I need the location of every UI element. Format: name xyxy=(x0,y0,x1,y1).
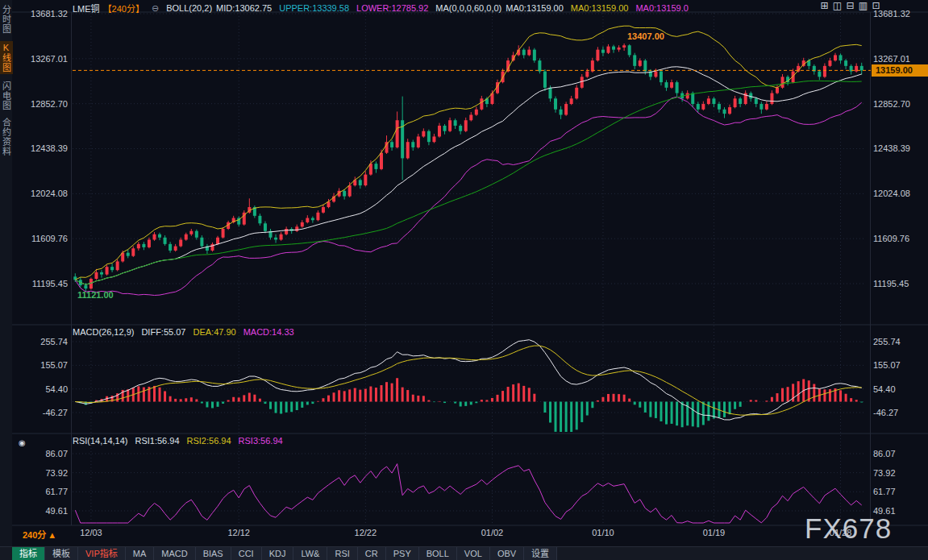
toolbar-item-CCI[interactable]: CCI xyxy=(231,547,262,560)
toolbar-item-模板[interactable]: 模板 xyxy=(45,547,78,560)
axis-label: 12438.39 xyxy=(873,143,926,154)
chart-header: LME铜 【240分】 ⊖ BOLL(20,2) MID:13062.75 UP… xyxy=(73,2,689,15)
boll-mid-value: MID:13062.75 xyxy=(216,3,272,13)
axis-label: 86.07 xyxy=(873,448,926,459)
symbol-name: LME铜 xyxy=(73,2,100,15)
rsi3-value: RSI3:56.94 xyxy=(239,436,283,446)
axis-label: 13267.01 xyxy=(873,53,926,64)
toolbar-item-RSI[interactable]: RSI xyxy=(327,547,357,560)
axis-label: 73.92 xyxy=(873,467,926,479)
toolbar-item-VOL[interactable]: VOL xyxy=(457,547,490,560)
date-axis-label: 12/03 xyxy=(73,528,109,537)
toolbar-item-VIP指标[interactable]: VIP指标 xyxy=(78,547,126,560)
date-axis-label: 12/22 xyxy=(347,528,383,537)
axis-label: 11195.45 xyxy=(873,278,926,289)
date-axis-label: 01/10 xyxy=(585,528,621,537)
toolbar-item-MA[interactable]: MA xyxy=(126,547,155,560)
date-axis-label: 01/28 xyxy=(823,528,859,537)
macd-dea-value: DEA:47.90 xyxy=(193,327,235,337)
boll-label: BOLL(20,2) xyxy=(166,3,212,13)
high-price-annotation: 13407.00 xyxy=(627,31,664,41)
toolbar-item-指标[interactable]: 指标 xyxy=(12,547,45,560)
left-sidebar: 分时图K线图闪电图合约资料 xyxy=(0,0,12,546)
toolbar-item-设置[interactable]: 设置 xyxy=(524,547,557,560)
layout-vertical-split-icon[interactable]: ◫ xyxy=(832,1,843,11)
macd-macd-value: MACD:14.33 xyxy=(243,327,294,337)
link-icon[interactable]: ⊖ xyxy=(152,3,159,14)
layout-single-icon[interactable]: ⊡ xyxy=(871,1,881,11)
chart-canvas[interactable] xyxy=(0,0,928,560)
sidebar-item-闪电图[interactable]: 闪电图 xyxy=(0,81,13,110)
axis-label: -46.27 xyxy=(873,407,926,418)
up-triangle-icon: ▲ xyxy=(48,530,56,540)
toolbar-item-LW&[interactable]: LW& xyxy=(293,547,327,560)
ma0-value-3: MA0:13159.0 xyxy=(635,3,688,13)
period-label: 【240分】 xyxy=(103,2,144,15)
window-layout-icons: ⊞◫⊟▥⊡ xyxy=(819,1,881,11)
layout-horizontal-split-icon[interactable]: ⊟ xyxy=(845,1,855,11)
boll-upper-value: UPPER:13339.58 xyxy=(279,3,349,13)
macd-header: MACD(26,12,9) DIFF:55.07 DEA:47.90 MACD:… xyxy=(73,327,294,337)
date-axis-label: 01/19 xyxy=(696,528,731,537)
low-price-annotation: 11121.00 xyxy=(77,290,114,300)
ma0-value-1: MA0:13159.00 xyxy=(506,3,564,13)
timeframe-text: 240分 xyxy=(23,530,46,540)
axis-label: 155.07 xyxy=(873,359,926,371)
axis-label: 49.61 xyxy=(873,505,926,516)
timeframe-indicator[interactable]: 240分▲ xyxy=(23,528,56,541)
last-price-badge: 13159.00 xyxy=(872,64,928,77)
axis-label: 54.40 xyxy=(873,384,926,395)
toolbar-item-MACD[interactable]: MACD xyxy=(154,547,195,560)
axis-label: 255.74 xyxy=(873,336,926,347)
toolbar-item-PSY[interactable]: PSY xyxy=(386,547,419,560)
axis-label: 11609.76 xyxy=(873,233,926,244)
toolbar-item-OBV[interactable]: OBV xyxy=(490,547,524,560)
layout-multi-pane-icon[interactable]: ▥ xyxy=(858,1,868,11)
rsi2-value: RSI2:56.94 xyxy=(187,436,231,446)
macd-title: MACD(26,12,9) xyxy=(73,327,134,337)
layout-grid-icon[interactable]: ⊞ xyxy=(819,1,830,11)
rsi-header: RSI(14,14,14) RSI1:56.94 RSI2:56.94 RSI3… xyxy=(73,436,283,446)
toolbar-item-CR[interactable]: CR xyxy=(358,547,386,560)
sidebar-item-K线图[interactable]: K线图 xyxy=(0,41,13,74)
sidebar-item-合约资料[interactable]: 合约资料 xyxy=(0,118,13,156)
bottom-toolbar: 指标模板VIP指标MAMACDBIASCCIKDJLW&RSICRPSYBOLL… xyxy=(0,546,928,560)
macd-diff-value: DIFF:55.07 xyxy=(141,327,185,337)
date-axis-label: 12/12 xyxy=(221,528,256,537)
rsi1-value: RSI1:56.94 xyxy=(135,436,179,446)
axis-label: 12024.08 xyxy=(873,188,926,199)
axis-label: 61.77 xyxy=(873,486,926,497)
toolbar-item-KDJ[interactable]: KDJ xyxy=(262,547,294,560)
axis-label: 12852.70 xyxy=(873,98,926,110)
toolbar-item-BOLL[interactable]: BOLL xyxy=(419,547,457,560)
rsi-panel-toggle-icon[interactable]: ◉ xyxy=(19,438,26,447)
ma-label: MA(0,0,0,60,0,0) xyxy=(435,3,501,13)
rsi-title: RSI(14,14,14) xyxy=(73,436,127,446)
date-axis-label: 01/02 xyxy=(474,528,510,537)
boll-lower-value: LOWER:12785.92 xyxy=(356,3,428,13)
ma0-value-2: MA0:13159.00 xyxy=(571,3,629,13)
sidebar-item-分时图[interactable]: 分时图 xyxy=(0,5,13,34)
trading-app-root: LME铜 【240分】 ⊖ BOLL(20,2) MID:13062.75 UP… xyxy=(0,0,928,560)
toolbar-item-BIAS[interactable]: BIAS xyxy=(196,547,231,560)
